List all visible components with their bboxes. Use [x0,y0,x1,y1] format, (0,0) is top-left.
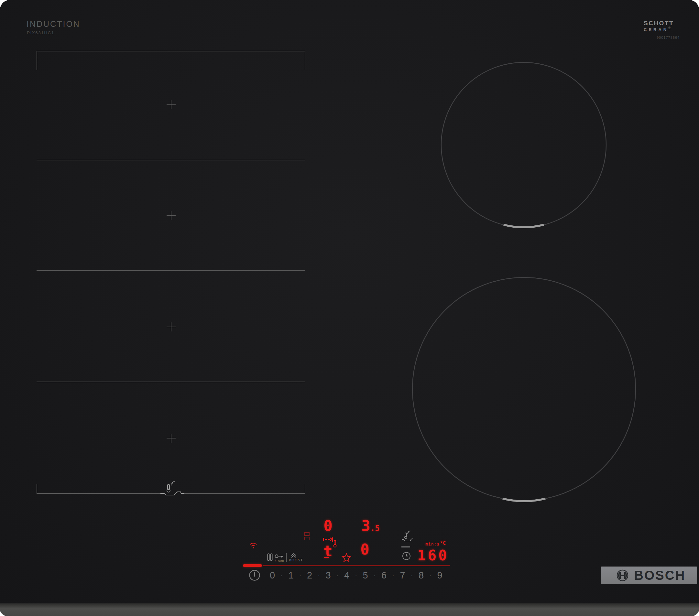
center-zone-power-display: 0 [360,542,369,557]
timer-temp-unit-label: °C [440,541,446,546]
flex-zone-separator-line [37,160,305,160]
power-level-5[interactable]: 5 [361,570,370,581]
power-level-9[interactable]: 9 [435,570,445,581]
sensor-underline [401,547,410,547]
timer-time-unit-label: min:s [425,542,439,546]
bosch-logo-text: BOSCH [634,568,685,583]
hob-front-edge [0,603,699,616]
frying-sensor-key-icon[interactable] [401,530,413,541]
schott-brand-text: SCHOTT [644,20,674,26]
power-level-separator-dot: · [389,571,398,580]
registered-mark: ® [668,26,671,30]
favorite-star-icon[interactable] [342,553,351,562]
power-level-separator-dot: · [333,571,342,580]
home-connect-wifi-icon[interactable] [249,542,258,549]
power-level-1[interactable]: 1 [286,570,296,581]
power-level-2[interactable]: 2 [305,570,314,581]
power-level-row: 0·1·2·3·4·5·6·7·8·9 [267,570,445,581]
induction-hob-glass: INDUCTION PIX631HC1 SCHOTT CERAN ® 90017… [0,0,699,616]
front-right-cooking-zone [411,276,637,502]
power-level-3[interactable]: 3 [324,570,333,581]
flex-zone-bottom-line [182,493,305,494]
pan-position-plus-icon [167,211,176,220]
power-level-separator-dot: · [370,571,379,580]
serial-number-label: 9001778564 [657,36,680,39]
power-level-0[interactable]: 0 [267,570,277,581]
power-level-separator-dot: · [314,571,324,580]
power-button-icon[interactable] [249,570,260,581]
power-slider-active-segment[interactable] [243,564,262,567]
flex-zone-separator-line [37,270,305,271]
timer-value-display: 160 [417,548,449,563]
power-level-separator-dot: · [296,571,305,580]
control-divider [286,553,287,562]
right-zone-power-frac: .5 [370,524,380,533]
bosch-armature-icon [617,570,629,581]
power-level-8[interactable]: 8 [416,570,426,581]
flex-bridge-indicator-icon [304,532,310,541]
flex-zone-top-right-tick [305,51,305,70]
power-level-separator-dot: · [277,571,286,580]
frying-sensor-glass-icon [160,480,184,495]
power-level-4[interactable]: 4 [342,570,352,581]
power-slider-track[interactable] [263,565,450,566]
power-level-separator-dot: · [352,571,361,580]
frying-sensor-mode-display: t [324,544,332,559]
timer-clock-icon[interactable] [402,552,411,560]
flex-zone-separator-line [37,381,305,382]
right-zone-power-display: 3.5 [361,518,380,533]
rear-right-cooking-zone [437,58,611,232]
flex-zone-bottom-line [37,493,163,494]
hob-photo: INDUCTION PIX631HC1 SCHOTT CERAN ® 90017… [0,0,699,616]
power-level-6[interactable]: 6 [379,570,389,581]
pause-key-icon[interactable] [267,553,273,561]
zone-type-label: INDUCTION [27,19,80,29]
pan-position-plus-icon [167,322,176,332]
power-level-separator-dot: · [426,571,435,580]
pan-position-plus-icon [167,100,176,109]
display-underscore-segment [324,557,329,558]
lock-hold-label: 4 sec [275,559,284,563]
power-level-7[interactable]: 7 [398,570,408,581]
flex-zone-power-display: 0 [324,518,332,533]
flex-zone-bottom-left-tick [37,484,37,494]
flex-zone-top-left-tick [37,51,37,70]
power-level-separator-dot: · [408,571,417,580]
key-lock-icon[interactable] [275,553,284,559]
flex-zone-bottom-right-tick [305,484,305,494]
flex-zone-top-line [37,51,305,51]
right-zone-power-int: 3 [361,517,370,535]
boost-key-label[interactable]: BOOST [289,558,303,562]
schott-ceran-logo: SCHOTT CERAN ® [644,20,674,32]
model-number-label: PIX631HC1 [27,30,54,35]
pan-position-plus-icon [167,433,176,443]
boost-chevrons-icon[interactable] [290,553,297,558]
bosch-logo-plate: BOSCH [601,566,697,584]
